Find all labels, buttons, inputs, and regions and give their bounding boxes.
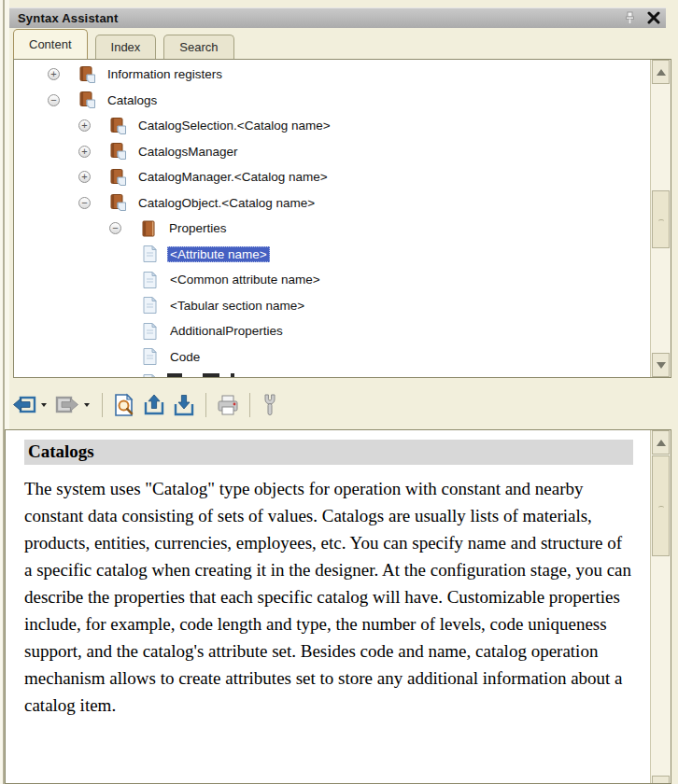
back-button[interactable] <box>9 391 39 419</box>
expand-plus-icon[interactable]: + <box>78 171 91 183</box>
tree-item-common-attribute-name[interactable]: <Common attribute name> <box>14 267 650 293</box>
forward-button[interactable] <box>52 391 82 419</box>
tree-scrollbar[interactable] <box>650 60 671 377</box>
tree-item-catalogobject[interactable]: − CatalogObject.<Catalog name> <box>14 190 650 217</box>
tree-item-catalogsmanager[interactable]: + CatalogsManager <box>14 139 650 165</box>
page-icon <box>140 373 159 378</box>
book-icon <box>78 91 96 109</box>
scroll-down-arrow[interactable] <box>652 353 670 377</box>
tree-item-properties[interactable]: − Properties <box>14 216 650 242</box>
help-topic-body: The system uses "Catalog" type objects f… <box>24 475 633 719</box>
tab-search[interactable]: Search <box>163 35 233 59</box>
move-down-button[interactable] <box>169 391 199 419</box>
expand-plus-icon[interactable]: + <box>48 68 60 80</box>
help-content-pane: Catalogs The system uses "Catalog" type … <box>5 429 671 784</box>
tree-item-catalogmanager[interactable]: + CatalogManager.<Catalog name> <box>14 164 650 190</box>
pin-icon[interactable] <box>622 10 637 25</box>
tab-bar: Content Index Search <box>13 29 234 59</box>
page-icon <box>140 347 159 366</box>
collapse-minus-icon[interactable]: − <box>78 197 91 209</box>
toolbar-separator <box>102 393 103 417</box>
book-icon <box>108 168 127 187</box>
tree-item-additionalproperties[interactable]: AdditionalProperties <box>14 318 650 344</box>
clipped-text-fragment <box>167 373 182 377</box>
window-right-edge <box>671 0 678 784</box>
book-icon <box>108 193 127 212</box>
book-icon <box>78 65 96 84</box>
scroll-down-arrow[interactable] <box>652 776 670 784</box>
clipped-text-fragment <box>203 373 219 377</box>
scroll-up-arrow[interactable] <box>652 430 670 455</box>
find-current-in-tree-button[interactable] <box>109 391 139 419</box>
tree-scrollbar-thumb[interactable] <box>652 190 670 248</box>
tree-item-clipped[interactable] <box>14 370 650 378</box>
collapse-minus-icon[interactable]: − <box>48 94 60 106</box>
page-icon <box>140 322 159 341</box>
page-icon <box>140 245 159 263</box>
page-icon <box>140 296 159 315</box>
tree-item-tabular-section-name[interactable]: <Tabular section name> <box>14 293 650 319</box>
help-toolbar <box>9 382 671 428</box>
book-icon <box>108 142 127 161</box>
help-topic-title: Catalogs <box>24 440 633 465</box>
toolbar-separator <box>249 393 250 417</box>
content-tree: + Information registers − Catalogs + Cat… <box>13 59 671 378</box>
print-button[interactable] <box>213 391 243 419</box>
move-up-button[interactable] <box>139 391 169 419</box>
panel-title: Syntax Assistant <box>9 11 118 25</box>
panel-titlebar[interactable]: Syntax Assistant <box>9 7 666 28</box>
tree-item-code[interactable]: Code <box>14 344 650 371</box>
toolbar-separator <box>205 393 206 417</box>
tree-item-catalogs[interactable]: − Catalogs <box>14 88 650 114</box>
expand-plus-icon[interactable]: + <box>78 146 91 158</box>
clipped-text-fragment <box>231 373 234 377</box>
back-dropdown-icon[interactable] <box>39 391 49 419</box>
content-scrollbar[interactable] <box>650 430 671 783</box>
collapse-minus-icon[interactable]: − <box>109 222 121 234</box>
expand-plus-icon[interactable]: + <box>78 119 91 132</box>
forward-dropdown-icon[interactable] <box>82 391 92 419</box>
syntax-assistant-panel: Syntax Assistant Content Index Search <box>0 0 678 784</box>
tree-rows: + Information registers − Catalogs + Cat… <box>14 62 650 378</box>
tree-item-attribute-name[interactable]: <Attribute name> <box>14 242 650 268</box>
customize-wrench-button[interactable] <box>257 391 283 419</box>
page-icon <box>140 271 159 289</box>
tab-index[interactable]: Index <box>95 35 157 59</box>
scroll-up-arrow[interactable] <box>652 60 670 84</box>
tree-item-information-registers[interactable]: + Information registers <box>14 62 650 88</box>
content-scrollbar-thumb[interactable] <box>652 455 670 556</box>
tab-content[interactable]: Content <box>13 29 88 59</box>
book-icon <box>108 117 127 135</box>
closed-book-icon <box>139 219 158 238</box>
tree-item-catalogselection[interactable]: + CatalogSelection.<Catalog name> <box>14 113 650 139</box>
close-icon[interactable] <box>644 9 663 26</box>
